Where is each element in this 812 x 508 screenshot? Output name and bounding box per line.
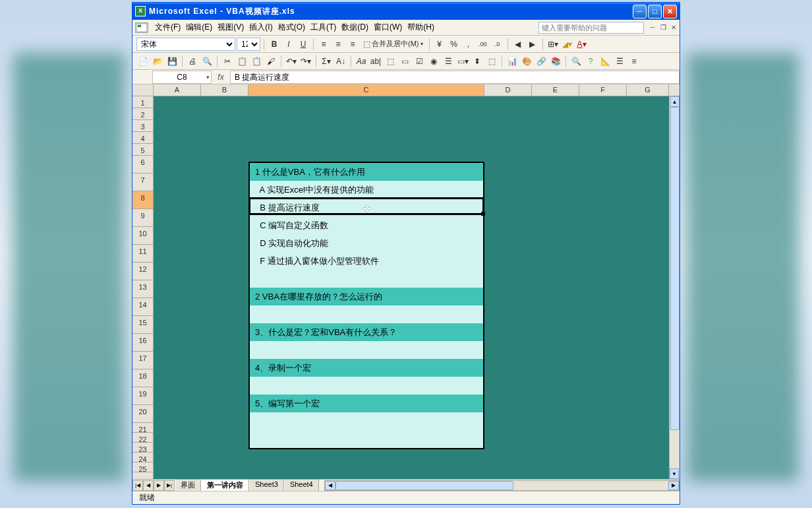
sort-asc-button[interactable]: A↓ — [334, 55, 347, 68]
fill-color-button[interactable]: ◢▾ — [561, 38, 574, 51]
cell[interactable] — [250, 412, 483, 430]
column-header[interactable]: G — [627, 84, 669, 96]
increase-indent-button[interactable]: ▶ — [526, 38, 539, 51]
autosum-button[interactable]: Σ▾ — [320, 55, 333, 68]
sheet-tab[interactable]: Sheet4 — [284, 480, 319, 491]
row-header[interactable]: 19 — [132, 387, 153, 405]
tab-first-button[interactable]: |◀ — [132, 480, 143, 491]
combobox-button[interactable]: ▭▾ — [456, 55, 469, 68]
row-header[interactable]: 3 — [132, 120, 153, 132]
column-header[interactable]: F — [579, 84, 627, 96]
help-search-input[interactable] — [538, 22, 644, 34]
option-button[interactable]: ◉ — [427, 55, 440, 68]
italic-button[interactable]: I — [282, 38, 295, 51]
row-header[interactable]: 17 — [132, 352, 153, 369]
label-button[interactable]: ab| — [369, 55, 382, 68]
align-right-button[interactable]: ≡ — [346, 38, 359, 51]
menu-item[interactable]: 工具(T) — [308, 20, 339, 35]
vertical-scrollbar[interactable]: ▲ ▼ — [669, 96, 680, 479]
row-header[interactable]: 25 — [132, 462, 153, 472]
paste-button[interactable]: 📋 — [250, 55, 263, 68]
column-header[interactable]: A — [154, 84, 201, 96]
cell[interactable] — [250, 430, 483, 448]
decrease-indent-button[interactable]: ◀ — [511, 38, 525, 51]
menu-item[interactable]: 编辑(E) — [183, 20, 215, 35]
row-header[interactable]: 4 — [132, 132, 153, 144]
column-header[interactable]: D — [484, 84, 532, 96]
column-header[interactable]: C — [248, 84, 484, 96]
new-button[interactable]: 📄 — [136, 55, 150, 68]
fx-icon[interactable]: fx — [212, 73, 230, 82]
font-size-select[interactable]: 12 — [237, 38, 260, 51]
row-header[interactable]: 5 — [132, 144, 153, 156]
zoom-button[interactable]: 🔍 — [569, 55, 583, 68]
sheet-tab[interactable]: Sheet3 — [249, 480, 284, 491]
row-header[interactable]: 21 — [132, 423, 153, 433]
scroll-up-button[interactable]: ▲ — [670, 96, 680, 107]
comma-button[interactable]: , — [462, 38, 475, 51]
sheet-tab[interactable]: 第一讲内容 — [201, 480, 249, 491]
design-mode-button[interactable]: 📐 — [598, 55, 612, 68]
copy-button[interactable]: 📋 — [235, 55, 248, 68]
column-header[interactable]: E — [532, 84, 579, 96]
row-header[interactable]: 6 — [132, 156, 153, 174]
row-header[interactable]: 2 — [132, 108, 153, 120]
cell[interactable] — [250, 341, 483, 359]
view-code-button[interactable]: ≡ — [627, 55, 641, 68]
merge-center-button[interactable]: ⬚合并及居中(M)▾ — [361, 38, 426, 51]
research-button[interactable]: 📚 — [549, 55, 562, 68]
cell[interactable]: C 编写自定义函数 — [250, 216, 483, 234]
cell[interactable] — [250, 377, 483, 395]
sheet-tab[interactable]: 界面 — [175, 480, 201, 491]
row-header[interactable]: 24 — [132, 453, 153, 462]
maximize-button[interactable]: □ — [648, 5, 662, 18]
row-header[interactable]: 7 — [132, 174, 153, 191]
row-header[interactable]: 18 — [132, 369, 153, 387]
borders-button[interactable]: ⊞▾ — [546, 38, 560, 51]
cell[interactable]: 1 什么是VBA，它有什么作用 — [250, 163, 483, 181]
select-all-corner[interactable] — [132, 84, 154, 96]
hscroll-thumb[interactable] — [335, 481, 513, 490]
formula-input[interactable]: B 提高运行速度 — [230, 71, 680, 84]
help-button[interactable]: ? — [584, 55, 597, 68]
doc-close-button[interactable]: ✕ — [669, 23, 678, 32]
close-button[interactable]: ✕ — [663, 5, 677, 18]
row-header[interactable]: 15 — [132, 316, 153, 334]
row-header[interactable]: 22 — [132, 433, 153, 443]
underline-button[interactable]: U — [297, 38, 310, 51]
doc-restore-button[interactable]: ❐ — [658, 23, 668, 32]
cells-area[interactable]: 1 什么是VBA，它有什么作用 A 实现Excel中没有提供的功能 B 提高运行… — [154, 96, 680, 479]
cell[interactable]: 2 VBA在哪里存放的？怎么运行的 — [250, 288, 483, 305]
row-header[interactable]: 10 — [132, 227, 153, 245]
scroll-left-button[interactable]: ◀ — [325, 481, 335, 490]
save-button[interactable]: 💾 — [165, 55, 179, 68]
print-button[interactable]: 🖨 — [186, 55, 199, 68]
row-header[interactable]: 13 — [132, 280, 153, 298]
titlebar[interactable]: Microsoft Excel - VBA视频讲座.xls ─ □ ✕ — [132, 3, 680, 20]
scroll-right-button[interactable]: ▶ — [668, 481, 679, 490]
align-left-button[interactable]: ≡ — [317, 38, 330, 51]
print-preview-button[interactable]: 🔍 — [200, 55, 214, 68]
cell[interactable]: F 通过插入窗体做小型管理软件 — [250, 252, 483, 270]
tab-next-button[interactable]: ▶ — [154, 480, 164, 491]
cell[interactable]: A 实现Excel中没有提供的功能 — [250, 181, 483, 199]
decrease-decimal-button[interactable]: .0 — [491, 38, 504, 51]
cell[interactable] — [250, 305, 483, 323]
row-header[interactable]: 8 — [132, 191, 153, 209]
currency-button[interactable]: ¥ — [433, 38, 446, 51]
textbox-button[interactable]: Aa — [355, 55, 368, 68]
name-box[interactable]: C8 — [152, 71, 212, 84]
cell[interactable]: 5、编写第一个宏 — [250, 395, 483, 412]
column-header[interactable]: B — [201, 84, 248, 96]
bold-button[interactable]: B — [268, 38, 281, 51]
row-header[interactable]: 16 — [132, 334, 153, 352]
row-header[interactable]: 1 — [132, 96, 153, 108]
spinner-button[interactable]: ⬚ — [485, 55, 498, 68]
cell[interactable]: D 实现自动化功能 — [250, 234, 483, 252]
button-button[interactable]: ▭ — [398, 55, 411, 68]
menu-item[interactable]: 帮助(H) — [405, 20, 437, 35]
vscroll-thumb[interactable] — [670, 107, 680, 430]
menu-item[interactable]: 格式(O) — [276, 20, 308, 35]
row-header[interactable]: 14 — [132, 298, 153, 316]
scrollbar-button[interactable]: ⬍ — [471, 55, 484, 68]
